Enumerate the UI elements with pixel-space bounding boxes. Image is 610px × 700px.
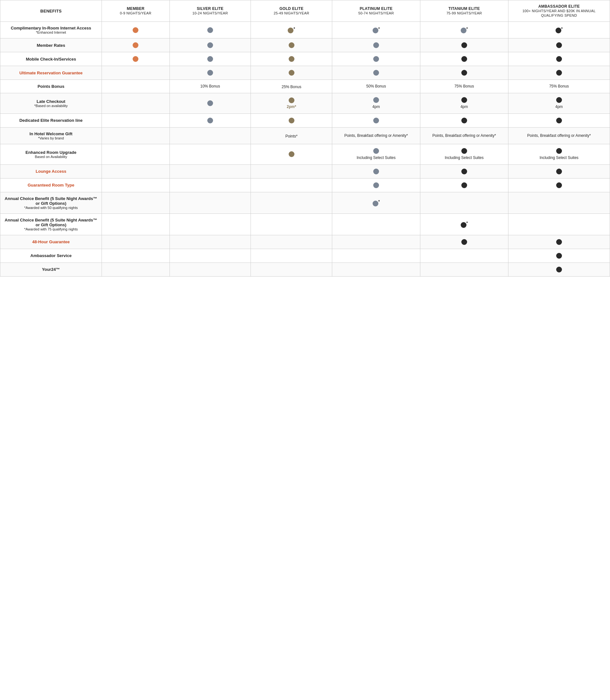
table-row: Annual Choice Benefit (5 Suite Night Awa…	[0, 192, 610, 213]
titanium-cell	[420, 164, 508, 178]
titanium-cell	[420, 235, 508, 249]
silver-cell	[170, 144, 251, 164]
benefits-table: BENEFITS MEMBER 0-9 nights/year SILVER E…	[0, 0, 610, 276]
member-cell	[102, 127, 170, 144]
ambassador-cell: Points, Breakfast offering or Amenity*	[508, 127, 610, 144]
platinum-cell: *	[332, 192, 420, 213]
col-header-gold: GOLD ELITE 25-49 nights/year	[251, 0, 332, 22]
ambassador-cell	[508, 213, 610, 235]
silver-cell	[170, 93, 251, 114]
table-row: Ultimate Reservation Guarantee	[0, 66, 610, 80]
ambassador-cell	[508, 52, 610, 66]
benefit-cell: Guaranteed Room Type	[0, 178, 102, 192]
member-cell	[102, 93, 170, 114]
member-cell	[102, 213, 170, 235]
gold-cell	[251, 235, 332, 249]
titanium-cell	[420, 249, 508, 262]
member-cell	[102, 52, 170, 66]
col-header-benefits: BENEFITS	[0, 0, 102, 22]
titanium-cell: Including Select Suites	[420, 144, 508, 164]
titanium-cell	[420, 113, 508, 127]
table-row: Annual Choice Benefit (5 Suite Night Awa…	[0, 213, 610, 235]
ambassador-cell	[508, 164, 610, 178]
benefit-cell: Ambassador Service	[0, 249, 102, 262]
gold-cell	[251, 38, 332, 52]
titanium-cell	[420, 52, 508, 66]
gold-cell	[251, 113, 332, 127]
silver-cell	[170, 164, 251, 178]
silver-cell	[170, 178, 251, 192]
platinum-cell: *	[332, 22, 420, 38]
gold-cell	[251, 213, 332, 235]
ambassador-cell	[508, 262, 610, 276]
benefit-cell: 48-Hour Guarantee	[0, 235, 102, 249]
gold-cell: 25% Bonus	[251, 80, 332, 93]
gold-cell	[251, 178, 332, 192]
ambassador-cell: 75% Bonus	[508, 80, 610, 93]
ambassador-cell: *	[508, 22, 610, 38]
platinum-cell	[332, 249, 420, 262]
col-header-titanium: TITANIUM ELITE 75-99 nights/year	[420, 0, 508, 22]
platinum-cell	[332, 178, 420, 192]
table-row: Complimentary In-Room Internet Access*En…	[0, 22, 610, 38]
ambassador-cell: 4pm	[508, 93, 610, 114]
table-row: Ambassador Service	[0, 249, 610, 262]
silver-cell	[170, 192, 251, 213]
table-row: Your24™	[0, 262, 610, 276]
silver-cell: 10% Bonus	[170, 80, 251, 93]
benefit-cell: Member Rates	[0, 38, 102, 52]
benefit-cell: Lounge Access	[0, 164, 102, 178]
gold-cell	[251, 192, 332, 213]
benefit-cell: Late Checkout*Based on availability	[0, 93, 102, 114]
col-header-silver: SILVER ELITE 10-24 nights/year	[170, 0, 251, 22]
gold-cell	[251, 262, 332, 276]
gold-cell	[251, 144, 332, 164]
table-row: Enhanced Room UpgradeBased on Availabili…	[0, 144, 610, 164]
titanium-cell	[420, 262, 508, 276]
table-row: Guaranteed Room Type	[0, 178, 610, 192]
col-header-member: MEMBER 0-9 nights/year	[102, 0, 170, 22]
ambassador-cell	[508, 113, 610, 127]
gold-cell	[251, 164, 332, 178]
ambassador-cell	[508, 178, 610, 192]
silver-cell	[170, 235, 251, 249]
platinum-cell	[332, 66, 420, 80]
platinum-cell	[332, 262, 420, 276]
ambassador-cell: Including Select Suites	[508, 144, 610, 164]
platinum-cell	[332, 235, 420, 249]
silver-cell	[170, 213, 251, 235]
member-cell	[102, 178, 170, 192]
gold-cell	[251, 66, 332, 80]
titanium-cell	[420, 178, 508, 192]
benefit-cell: Enhanced Room UpgradeBased on Availabili…	[0, 144, 102, 164]
member-cell	[102, 22, 170, 38]
silver-cell	[170, 249, 251, 262]
platinum-cell: Including Select Suites	[332, 144, 420, 164]
benefit-cell: Annual Choice Benefit (5 Suite Night Awa…	[0, 192, 102, 213]
platinum-cell: 4pm	[332, 93, 420, 114]
silver-cell	[170, 22, 251, 38]
benefit-cell: Dedicated Elite Reservation line	[0, 113, 102, 127]
titanium-cell	[420, 192, 508, 213]
platinum-cell	[332, 38, 420, 52]
table-row: Mobile Check-In/Services	[0, 52, 610, 66]
platinum-cell: Points, Breakfast offering or Amenity*	[332, 127, 420, 144]
member-cell	[102, 113, 170, 127]
benefits-table-container: BENEFITS MEMBER 0-9 nights/year SILVER E…	[0, 0, 610, 276]
table-row: 48-Hour Guarantee	[0, 235, 610, 249]
platinum-cell	[332, 164, 420, 178]
ambassador-cell	[508, 192, 610, 213]
benefit-cell: Mobile Check-In/Services	[0, 52, 102, 66]
member-cell	[102, 38, 170, 52]
benefit-cell: Complimentary In-Room Internet Access*En…	[0, 22, 102, 38]
ambassador-cell	[508, 38, 610, 52]
table-row: Points Bonus10% Bonus25% Bonus50% Bonus7…	[0, 80, 610, 93]
platinum-cell	[332, 113, 420, 127]
silver-cell	[170, 38, 251, 52]
member-cell	[102, 192, 170, 213]
benefit-cell: In Hotel Welcome Gift*Varies by brand	[0, 127, 102, 144]
benefit-cell: Annual Choice Benefit (5 Suite Night Awa…	[0, 213, 102, 235]
table-row: In Hotel Welcome Gift*Varies by brandPoi…	[0, 127, 610, 144]
titanium-cell: *	[420, 22, 508, 38]
platinum-cell	[332, 213, 420, 235]
